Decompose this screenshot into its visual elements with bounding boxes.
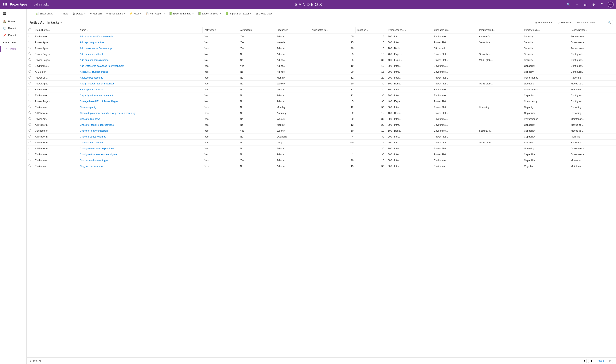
waffle-icon[interactable] <box>2 2 8 7</box>
user-avatar[interactable]: SA <box>608 1 614 8</box>
col-active-task[interactable]: Active task ▾ <box>203 27 238 33</box>
sidebar-item-home[interactable]: 🏠 Home <box>0 18 26 25</box>
edit-filters-button[interactable]: ▽ Edit filters <box>556 20 573 25</box>
col-name[interactable]: Name ↑▾ <box>78 27 203 33</box>
col-primary-task[interactable]: Primary task c... ▾ <box>522 27 569 33</box>
create-view-button[interactable]: ⊞ Create view <box>254 11 274 16</box>
command-bar: ‹ 📊 Show Chart ＋ New 🗑 Delete ▾ ↻ Refres… <box>27 9 616 18</box>
row-name-15[interactable]: Check for feature deprecations <box>78 122 203 128</box>
row-name-13[interactable]: Check deployment schedule for general av… <box>78 110 203 116</box>
add-nav-icon[interactable]: ＋ <box>574 2 579 7</box>
row-name-0[interactable]: Add a user to a Dataverse role <box>78 33 203 39</box>
row-radio-2[interactable] <box>27 45 33 51</box>
row-name-16[interactable]: Check for new connectors <box>78 128 203 134</box>
col-automation[interactable]: Automation ▾ <box>238 27 275 33</box>
row-name-6[interactable]: Allocate AI Builder credits <box>78 69 203 75</box>
row-name-7[interactable]: Analyse bot sessions <box>78 75 203 81</box>
col-duration[interactable]: Duration ▾ <box>355 27 386 33</box>
row-name-20[interactable]: Configure trial environment sign up <box>78 151 203 157</box>
excel-templates-button[interactable]: 📗 Excel Templates ▾ <box>167 11 195 16</box>
prev-page-button[interactable]: ◀ <box>588 359 593 363</box>
delete-button[interactable]: 🗑 Delete ▾ <box>71 11 87 16</box>
col-anticipated[interactable]: Anticipated ta... ▾ <box>310 27 355 33</box>
cmd-divider-1 <box>56 12 56 16</box>
row-radio-14[interactable] <box>27 116 33 122</box>
row-name-1[interactable]: Add app to quarantine <box>78 39 203 45</box>
row-radio-1[interactable] <box>27 39 33 45</box>
next-page-button[interactable]: ▶ <box>608 359 613 363</box>
row-name-21[interactable]: Convert environment type <box>78 157 203 163</box>
row-radio-21[interactable] <box>27 157 33 163</box>
sidebar-item-recent[interactable]: 🕐 Recent ▾ <box>0 25 26 32</box>
table-header: Product or se... ▾ Name ↑▾ Active task ▾… <box>27 27 616 33</box>
col-experience[interactable]: Experience re... ▾ <box>386 27 432 33</box>
row-name-8[interactable]: Assign Power Platform licenses <box>78 81 203 87</box>
row-radio-6[interactable] <box>27 69 33 75</box>
row-name-5[interactable]: Add Dataverse database to environment <box>78 63 203 69</box>
search-box[interactable]: 🔍 <box>575 20 613 25</box>
sidebar-toggle[interactable]: ☰ <box>0 9 26 18</box>
export-excel-button[interactable]: 📗 Export to Excel ▾ <box>196 11 223 16</box>
row-secondary-task-10: Configurat... <box>569 92 616 98</box>
row-name-22[interactable]: Copy an environment <box>78 163 203 169</box>
row-radio-3[interactable] <box>27 51 33 57</box>
settings-nav-icon[interactable]: ⚙ <box>591 2 596 7</box>
first-page-button[interactable]: |◀ <box>581 359 587 363</box>
row-radio-20[interactable] <box>27 151 33 157</box>
show-chart-button[interactable]: 📊 Show Chart <box>34 11 54 16</box>
row-name-4[interactable]: Add custom domain name <box>78 57 203 63</box>
flow-button[interactable]: ⚡ Flow ▾ <box>128 11 143 16</box>
email-link-button[interactable]: ✉ Email a Link ▾ <box>104 11 127 16</box>
edit-columns-button[interactable]: ⊞ Edit columns <box>533 20 554 25</box>
row-name-10[interactable]: Capacity add-on management <box>78 92 203 98</box>
row-name-14[interactable]: Check failing flows <box>78 116 203 122</box>
svg-rect-8 <box>6 5 7 6</box>
row-name-18[interactable]: Check service health <box>78 140 203 145</box>
row-radio-11[interactable] <box>27 98 33 104</box>
row-radio-19[interactable] <box>27 145 33 151</box>
row-radio-0[interactable] <box>27 33 33 39</box>
row-name-17[interactable]: Check product roadmap <box>78 134 203 140</box>
search-nav-icon[interactable]: 🔍 <box>566 2 571 7</box>
row-secondary-task-8: Moves ad... <box>569 81 616 87</box>
row-radio-4[interactable] <box>27 57 33 63</box>
row-radio-13[interactable] <box>27 110 33 116</box>
filter-nav-icon[interactable]: ⊞ <box>583 2 588 7</box>
row-radio-5[interactable] <box>27 63 33 69</box>
row-name-9[interactable]: Back up environment <box>78 87 203 92</box>
col-secondary-task[interactable]: Secondary tas... ▾ <box>569 27 616 33</box>
row-name-3[interactable]: Add custom certificates <box>78 51 203 57</box>
col-core-admin[interactable]: Core admin p... ▾ <box>432 27 477 33</box>
sidebar-item-tasks[interactable]: ✓ Tasks <box>0 46 26 52</box>
row-name-12[interactable]: Check capacity <box>78 104 203 110</box>
col-frequency[interactable]: Frequency ▾ <box>275 27 310 33</box>
row-radio-16[interactable] <box>27 128 33 134</box>
import-excel-button[interactable]: 📗 Import from Excel ▾ <box>223 11 253 16</box>
run-report-button[interactable]: 📋 Run Report ▾ <box>144 11 167 16</box>
sidebar-item-pinned[interactable]: 📌 Pinned ▾ <box>0 32 26 39</box>
col-product[interactable]: Product or se... ▾ <box>33 27 78 33</box>
row-automation-18: No <box>238 140 275 145</box>
row-experience-13: 100 - Basic... <box>386 110 432 116</box>
help-nav-icon[interactable]: ? <box>599 2 604 7</box>
row-radio-15[interactable] <box>27 122 33 128</box>
row-radio-12[interactable] <box>27 104 33 110</box>
row-name-19[interactable]: Configure self service purchase <box>78 145 203 151</box>
search-input[interactable] <box>577 21 607 24</box>
row-name-2[interactable]: Add co-owner to Canvas app <box>78 45 203 51</box>
new-button[interactable]: ＋ New <box>58 11 70 16</box>
row-radio-10[interactable] <box>27 92 33 98</box>
back-button[interactable]: ‹ <box>29 11 33 16</box>
select-all-checkbox[interactable] <box>28 28 31 31</box>
view-title-chevron[interactable]: ▾ <box>61 21 62 24</box>
refresh-button[interactable]: ↻ Refresh <box>88 11 104 16</box>
row-name-11[interactable]: Change base URL of Power Pages <box>78 98 203 104</box>
row-radio-18[interactable] <box>27 140 33 145</box>
row-radio-8[interactable] <box>27 81 33 87</box>
row-radio-17[interactable] <box>27 134 33 140</box>
row-radio-22[interactable] <box>27 163 33 169</box>
row-peripheral-15 <box>477 122 522 128</box>
col-peripheral[interactable]: Peripheral ad... ▾ <box>477 27 522 33</box>
row-radio-7[interactable] <box>27 75 33 81</box>
row-radio-9[interactable] <box>27 87 33 92</box>
